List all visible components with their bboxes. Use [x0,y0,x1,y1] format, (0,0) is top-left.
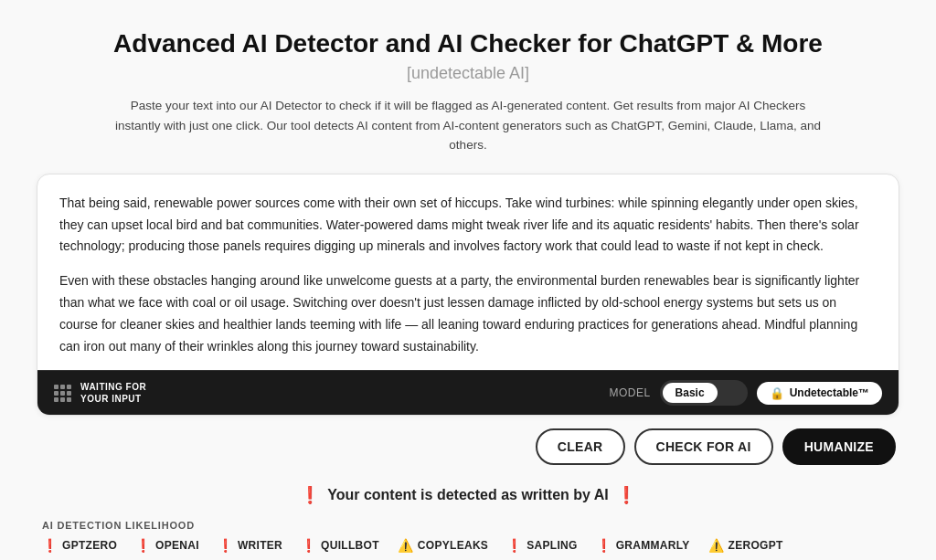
detector-name: WRITER [238,539,282,552]
model-basic-option[interactable]: Basic [663,383,718,403]
alert-icon-left: ❗ [300,485,320,505]
undetectable-button[interactable]: 🔒 Undetectable™ [757,382,882,405]
detector-item: ❗GPTZERO [42,538,117,553]
result-header: ❗ Your content is detected as written by… [40,485,896,505]
action-buttons: CLEAR CHECK FOR AI HUMANIZE [37,428,899,465]
brand-subtitle: [undetectable AI] [37,64,899,83]
detector-name: OPENAI [155,539,199,552]
model-label: MODEL [609,386,650,399]
detector-status-icon: ❗ [218,538,233,553]
footer-right: MODEL Basic 🔒 Undetectable™ [609,380,882,406]
editor-footer: WAITING FOR YOUR INPUT MODEL Basic 🔒 Und… [37,370,899,415]
editor-container: That being said, renewable power sources… [37,174,899,417]
detector-item: ❗QUILLBOT [301,538,379,553]
detectors-row: ❗GPTZERO❗OPENAI❗WRITER❗QUILLBOT⚠️COPYLEA… [42,538,894,553]
detector-status-icon: ❗ [506,538,522,553]
alert-icon-right: ❗ [616,485,636,505]
editor-body[interactable]: That being said, renewable power sources… [37,174,899,371]
page-title: Advanced AI Detector and AI Checker for … [37,29,899,58]
detector-status-icon: ⚠️ [398,538,413,553]
detector-status-icon: ❗ [596,538,612,553]
detector-item: ❗WRITER [218,538,282,553]
detector-item: ❗GRAMMARLY [596,538,690,553]
editor-paragraph-2: Even with these obstacles hanging around… [59,270,877,357]
detection-result: ❗ Your content is detected as written by… [37,485,899,560]
page-description: Paste your text into our AI Detector to … [112,96,824,155]
clear-button[interactable]: CLEAR [536,428,625,465]
detector-item: ❗SAPLING [506,538,577,553]
detector-status-icon: ⚠️ [708,538,724,553]
detector-name: GPTZERO [62,539,117,552]
undetectable-label: Undetectable™ [790,386,869,399]
detector-status-icon: ❗ [301,538,316,553]
model-undetectable-option [719,383,745,403]
result-text: Your content is detected as written by A… [327,487,609,503]
detector-item: ⚠️ZEROGPT [708,538,783,553]
model-toggle[interactable]: Basic [660,380,748,406]
check-for-ai-button[interactable]: CHECK FOR AI [634,428,773,465]
editor-text: That being said, renewable power sources… [59,193,877,358]
detector-status-icon: ❗ [42,538,58,553]
detector-name: ZEROGPT [729,539,783,552]
likelihood-label: AI DETECTION LIKELIHOOD [42,520,894,531]
detector-item: ❗OPENAI [135,538,199,553]
detector-status-icon: ❗ [135,538,151,553]
detector-name: QUILLBOT [321,539,379,552]
editor-paragraph-1: That being said, renewable power sources… [59,193,877,258]
likelihood-section: AI DETECTION LIKELIHOOD ❗GPTZERO❗OPENAI❗… [40,520,896,560]
detector-name: COPYLEAKS [418,539,488,552]
footer-left: WAITING FOR YOUR INPUT [54,381,146,405]
detector-name: SAPLING [526,539,577,552]
humanize-button[interactable]: HUMANIZE [782,428,896,465]
grid-icon [54,385,71,402]
waiting-text: WAITING FOR YOUR INPUT [80,381,146,405]
lock-icon: 🔒 [770,386,784,400]
detector-name: GRAMMARLY [616,539,690,552]
detector-item: ⚠️COPYLEAKS [398,538,488,553]
